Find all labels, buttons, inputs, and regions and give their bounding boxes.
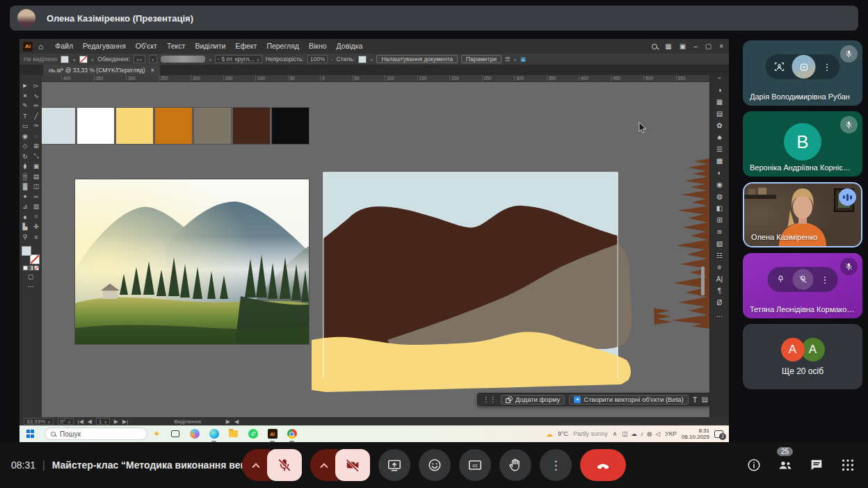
raise-hand-button[interactable]: [499, 449, 531, 481]
weather-desc[interactable]: Partly sunny: [573, 430, 608, 437]
close-button[interactable]: ×: [719, 42, 723, 50]
menu-item[interactable]: Об'єкт: [131, 39, 162, 54]
participant-tile-veronika[interactable]: B Вероніка Андріївна Корніє…: [743, 111, 862, 177]
whatsapp-icon[interactable]: ✆: [248, 429, 258, 439]
tool-button[interactable]: ⤡: [31, 152, 42, 162]
restore-button[interactable]: ▢: [705, 42, 712, 50]
tool-button[interactable]: ▥: [31, 202, 42, 212]
minimize-button[interactable]: –: [693, 42, 698, 50]
drag-handle[interactable]: ⋮⋮: [483, 396, 497, 403]
opacity-value[interactable]: 100%: [307, 55, 328, 63]
panel-icon-button[interactable]: ⊞: [710, 214, 729, 226]
brush-preview[interactable]: [161, 56, 205, 63]
tool-button[interactable]: ◫: [31, 181, 42, 192]
participant-tile-daria[interactable]: ⋮ Дарія Володимирівна Рубан: [743, 40, 862, 106]
chevron-down-icon[interactable]: ∨: [72, 57, 75, 62]
participant-avatar[interactable]: [792, 55, 816, 79]
task-view-button[interactable]: [170, 429, 180, 439]
tool-button[interactable]: ▤: [31, 172, 42, 182]
draw-mode-icon[interactable]: ▢: [19, 273, 42, 280]
panel-icon-button[interactable]: ▤: [710, 108, 729, 120]
pin-icon[interactable]: [776, 275, 786, 284]
document-icon[interactable]: ▤: [701, 396, 707, 403]
canvas-scrollbar[interactable]: [701, 266, 705, 295]
panel-icon-button[interactable]: ◐: [710, 167, 729, 179]
tab-close-icon[interactable]: ×: [151, 67, 154, 74]
home-icon[interactable]: ⌂: [38, 42, 43, 51]
rotation-select[interactable]: 0°∨: [58, 418, 74, 425]
panel-icon-button[interactable]: ¶: [710, 285, 729, 297]
toolbar-more-icon[interactable]: ⋯: [19, 283, 42, 290]
participants-button[interactable]: 25: [776, 456, 794, 474]
chevron-down-icon[interactable]: ∨: [209, 57, 211, 62]
last-artboard-icon[interactable]: ▶|: [122, 418, 128, 425]
panel-icon-button[interactable]: ♣: [710, 131, 729, 143]
vector-artwork[interactable]: [311, 171, 634, 393]
tool-button[interactable]: ▙: [19, 222, 31, 232]
panel-icon-button[interactable]: ✿: [710, 120, 729, 131]
illustrator-app-icon[interactable]: Ai: [267, 429, 278, 439]
tool-button[interactable]: ✂: [31, 192, 42, 202]
panel-icon-button[interactable]: ≡: [710, 261, 729, 273]
panel-icon-button[interactable]: ◉: [710, 179, 729, 190]
meeting-details-button[interactable]: [745, 456, 763, 474]
illustrator-logo-icon[interactable]: Ai: [23, 42, 33, 51]
frame-person-icon[interactable]: [774, 61, 785, 72]
activities-button[interactable]: [839, 456, 857, 474]
tool-button[interactable]: ▣: [31, 161, 42, 172]
panel-icon-button[interactable]: ☰: [710, 143, 729, 155]
scribble-tree-shape[interactable]: [650, 158, 709, 329]
tool-button[interactable]: ◉: [19, 131, 31, 142]
captions-button[interactable]: cc: [459, 449, 491, 481]
camera-off-button[interactable]: [335, 449, 370, 481]
menu-item[interactable]: Вікно: [304, 39, 332, 54]
tool-button[interactable]: ⚲: [19, 232, 31, 243]
tool-button[interactable]: ▓: [19, 181, 31, 192]
first-artboard-icon[interactable]: |◀: [78, 418, 83, 425]
document-setup-button[interactable]: Налаштування документа: [376, 55, 458, 63]
network-icon[interactable]: ◍: [647, 430, 652, 437]
panel-icon-button[interactable]: ☷: [710, 250, 729, 261]
overflow-tile[interactable]: A A Ще 20 осіб: [743, 324, 862, 389]
tool-button[interactable]: ⧫: [19, 161, 31, 172]
fill-color-chip[interactable]: [61, 56, 69, 63]
palette-swatch[interactable]: [194, 108, 231, 144]
submenu-icon[interactable]: ›: [331, 57, 332, 61]
tool-button[interactable]: ↻: [19, 152, 31, 162]
tool-button[interactable]: ⌗: [31, 212, 42, 222]
leave-call-button[interactable]: [580, 449, 626, 481]
palette-swatch[interactable]: [42, 108, 75, 144]
tool-button[interactable]: ◇: [19, 141, 31, 152]
workspace-switcher-icon[interactable]: ▦: [665, 42, 671, 50]
type-tool-button[interactable]: T: [693, 396, 698, 404]
panel-icon-button[interactable]: ▦: [710, 96, 729, 108]
hidden-icons-chevron[interactable]: ∧: [613, 430, 618, 437]
participant-tile-tetiana[interactable]: ⋮ Тетяна Леонідівна Кормако…: [743, 253, 862, 318]
menu-item[interactable]: Ефект: [230, 39, 262, 54]
panel-icon-button[interactable]: A|: [710, 273, 729, 285]
weather-temp[interactable]: 9°C: [558, 430, 568, 437]
tool-button[interactable]: ✦: [19, 192, 31, 202]
palette-swatch[interactable]: [77, 108, 114, 144]
panel-icon-button[interactable]: ◧: [710, 202, 729, 214]
fill-proxy[interactable]: [22, 246, 31, 256]
mic-tray-icon[interactable]: ♪: [641, 430, 643, 437]
tool-button[interactable]: ≡: [31, 232, 42, 243]
mic-muted-button[interactable]: [267, 449, 302, 481]
add-shape-button[interactable]: Додати форму: [501, 395, 565, 405]
tool-button[interactable]: ✶: [19, 91, 31, 101]
preferences-button[interactable]: Параметри: [461, 55, 501, 63]
tray-icon[interactable]: ◫: [622, 430, 627, 437]
create-vector-objects-button[interactable]: ✦ Створити векторні об'єкти (Beta): [569, 395, 688, 405]
cloud-doc-icon[interactable]: ▣: [520, 56, 526, 63]
unpin-button[interactable]: [793, 269, 814, 290]
tool-button[interactable]: ⊿: [19, 202, 31, 212]
palette-swatch[interactable]: [272, 108, 309, 144]
volume-icon[interactable]: ◁: [655, 430, 660, 437]
menu-item[interactable]: Довідка: [332, 39, 368, 54]
more-options-icon[interactable]: ⋮: [823, 62, 832, 72]
panel-icon-button[interactable]: ▧: [710, 238, 729, 250]
chrome-app-icon[interactable]: [287, 429, 297, 439]
menu-item[interactable]: Файл: [50, 39, 78, 54]
present-screen-button[interactable]: [378, 449, 410, 481]
